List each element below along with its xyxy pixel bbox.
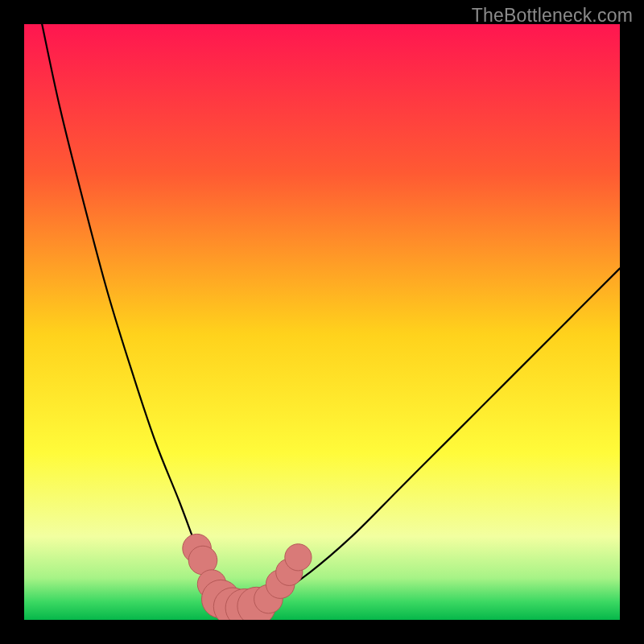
outer-frame: TheBottleneck.com [0, 0, 644, 644]
curve-marker [285, 544, 312, 571]
bottleneck-curve [24, 24, 620, 620]
plot-area [24, 24, 620, 620]
watermark-text: TheBottleneck.com [472, 5, 633, 27]
